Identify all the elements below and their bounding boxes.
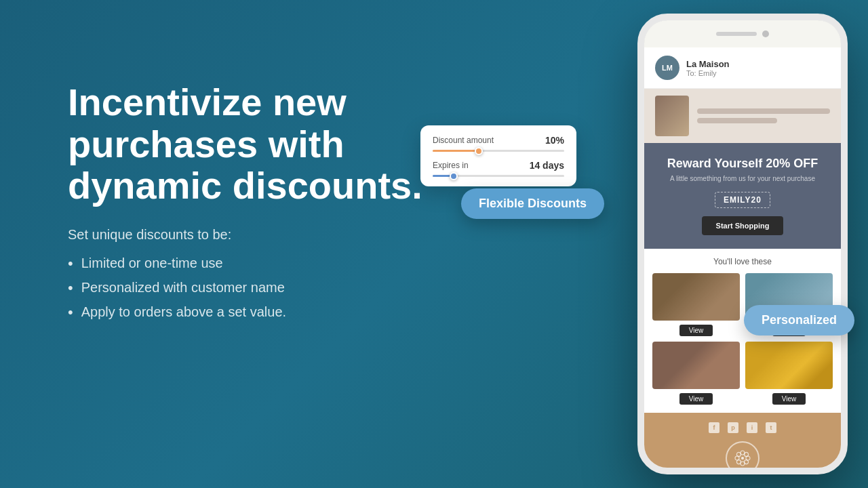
hero-image xyxy=(655,96,689,136)
facebook-icon: f xyxy=(709,422,719,433)
svg-point-8 xyxy=(736,460,741,464)
coupon-code: EMILY20 xyxy=(715,192,770,208)
expires-value: 14 days xyxy=(530,160,564,171)
main-heading: Incentivize new purchases with dynamic d… xyxy=(68,81,448,207)
product-card-3: View xyxy=(652,342,740,405)
bullet-item-1: Limited or one-time use xyxy=(68,255,448,272)
expires-slider-track[interactable] xyxy=(433,175,564,177)
products-title: You'll love these xyxy=(652,257,833,266)
view-button-3[interactable]: View xyxy=(679,393,713,405)
product-card-4: View xyxy=(745,342,833,405)
discount-label: Discount amount 10% xyxy=(433,135,564,146)
svg-point-0 xyxy=(741,457,744,460)
products-grid: View View View View xyxy=(652,273,833,405)
personalized-badge: Personalized xyxy=(744,305,854,336)
shop-button[interactable]: Start Shopping xyxy=(702,216,783,235)
discount-slider-fill xyxy=(433,150,479,152)
twitter-icon: t xyxy=(766,422,776,433)
product-image-3 xyxy=(652,342,740,389)
sender-avatar: LM xyxy=(655,56,679,80)
discount-value: 10% xyxy=(545,135,564,146)
left-panel: Incentivize new purchases with dynamic d… xyxy=(68,81,448,328)
email-footer: f p i t xyxy=(644,413,841,468)
expires-label: Expires in 14 days xyxy=(433,160,564,171)
logo-svg xyxy=(732,448,753,468)
reward-section: Reward Yourself 20% OFF A little somethi… xyxy=(644,143,841,249)
product-card-1: View xyxy=(652,273,740,336)
flexible-discounts-label: Flexible Discounts xyxy=(479,197,587,210)
email-recipient: To: Emily xyxy=(686,69,830,77)
expires-slider-thumb[interactable] xyxy=(450,172,458,180)
email-sender: La Maison xyxy=(686,59,830,69)
product-image-1 xyxy=(652,273,740,321)
personalized-label: Personalized xyxy=(762,313,837,327)
discount-slider-thumb[interactable] xyxy=(475,147,483,155)
instagram-icon: i xyxy=(747,422,757,433)
discount-card: Discount amount 10% Expires in 14 days xyxy=(420,125,576,186)
bullet-list: Limited or one-time use Personalized wit… xyxy=(68,255,448,321)
bullet-item-2: Personalized with customer name xyxy=(68,279,448,297)
phone-mockup: LM La Maison To: Emily Reward Yourself 2… xyxy=(637,14,848,474)
pinterest-icon: p xyxy=(728,422,738,433)
hero-text-lines xyxy=(697,108,830,123)
email-meta: La Maison To: Emily xyxy=(686,59,830,77)
phone-camera xyxy=(762,30,769,37)
brand-logo xyxy=(726,441,760,468)
email-content: LM La Maison To: Emily Reward Yourself 2… xyxy=(644,47,841,468)
svg-point-6 xyxy=(745,460,749,464)
flexible-discounts-badge: Flexible Discounts xyxy=(461,188,604,219)
discount-slider-track[interactable] xyxy=(433,150,564,152)
reward-title: Reward Yourself 20% OFF xyxy=(655,157,830,171)
svg-point-5 xyxy=(736,452,741,456)
product-image-4 xyxy=(745,342,833,389)
view-button-1[interactable]: View xyxy=(679,325,713,336)
subheading: Set unique discounts to be: xyxy=(68,227,448,243)
phone-container: LM La Maison To: Emily Reward Yourself 2… xyxy=(637,14,848,474)
reward-subtitle: A little something from us for your next… xyxy=(655,175,830,182)
phone-speaker xyxy=(716,32,757,36)
email-hero xyxy=(644,89,841,143)
bullet-item-3: Apply to orders above a set value. xyxy=(68,304,448,321)
email-header: LM La Maison To: Emily xyxy=(644,47,841,89)
svg-point-7 xyxy=(745,452,749,456)
view-button-4[interactable]: View xyxy=(772,393,806,405)
phone-top-bar xyxy=(644,20,841,47)
social-icons: f p i t xyxy=(655,422,830,433)
